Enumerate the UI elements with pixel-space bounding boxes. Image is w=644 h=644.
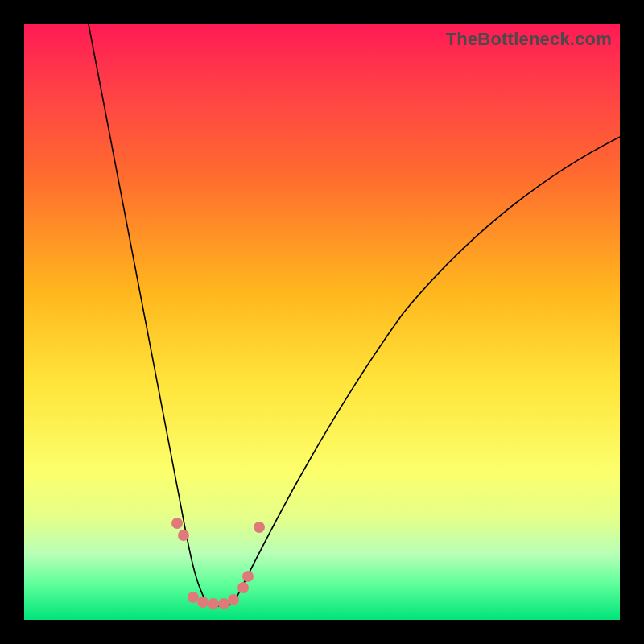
dot	[197, 597, 208, 608]
dot	[208, 598, 219, 609]
curve-canvas	[24, 24, 620, 620]
dot	[188, 592, 199, 603]
data-dots	[171, 518, 265, 609]
gradient-plot-area: TheBottleneck.com	[24, 24, 620, 620]
right-curve	[233, 137, 620, 604]
left-curve	[89, 24, 208, 604]
dot	[228, 594, 239, 605]
dot	[237, 582, 249, 593]
dot	[178, 530, 189, 541]
dot	[254, 522, 265, 533]
dot	[242, 571, 254, 582]
dot	[171, 518, 183, 529]
dot	[218, 598, 229, 609]
